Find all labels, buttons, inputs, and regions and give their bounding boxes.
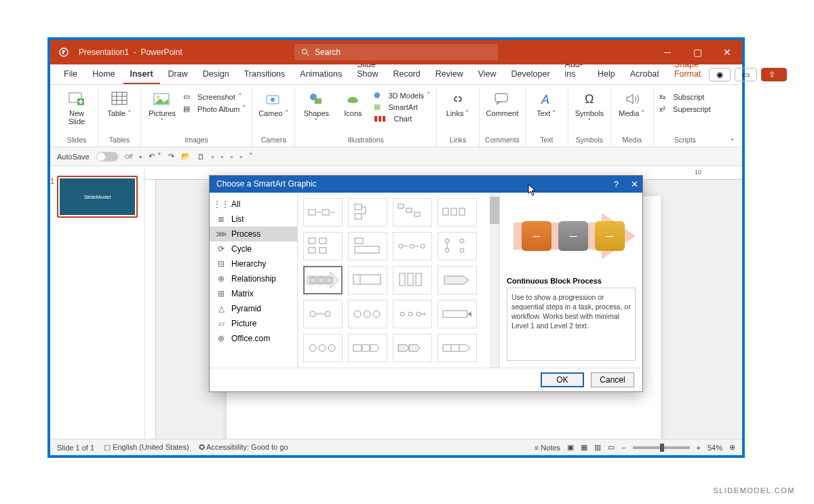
pictures-button[interactable]: Pictures ˅ <box>147 88 178 125</box>
autosave-toggle[interactable] <box>96 152 118 161</box>
zoom-out-button[interactable]: − <box>621 444 625 452</box>
symbols-button[interactable]: Ω Symbols ˅ <box>574 88 605 125</box>
category-pyramid[interactable]: △Pyramid <box>210 301 297 316</box>
smartart-option[interactable] <box>303 232 343 260</box>
tab-draw[interactable]: Draw <box>161 65 195 84</box>
qat-icon[interactable]: ▫ <box>230 153 233 161</box>
collapse-ribbon-icon[interactable]: ⌄ <box>729 134 735 142</box>
smartart-option[interactable] <box>393 266 432 294</box>
table-button[interactable]: Table ˅ <box>104 88 135 117</box>
smartart-option[interactable] <box>393 300 432 328</box>
normal-view-icon[interactable]: ▣ <box>567 443 574 452</box>
smartart-option[interactable] <box>438 334 477 362</box>
smartart-option[interactable] <box>438 266 477 294</box>
links-button[interactable]: Links ˅ <box>442 88 473 117</box>
smartart-option[interactable] <box>348 266 387 294</box>
smartart-option[interactable] <box>438 300 477 328</box>
accessibility-button[interactable]: ✪ Accessibility: Good to go <box>199 443 288 452</box>
zoom-level[interactable]: 54% <box>708 444 722 452</box>
open-icon[interactable]: 📂 <box>181 152 191 161</box>
maximize-button[interactable]: ▢ <box>682 40 712 64</box>
3d-models-button[interactable]: ⬣ 3D Models ˅ <box>374 90 431 100</box>
tab-record[interactable]: Record <box>386 65 427 84</box>
category-process[interactable]: ⋙Process <box>210 227 297 241</box>
dialog-close-button[interactable]: ✕ <box>631 179 638 189</box>
share-button[interactable]: ⇧ ˅ <box>761 68 787 81</box>
photo-album-button[interactable]: ▤ Photo Album ˅ <box>183 104 246 114</box>
tab-developer[interactable]: Developer <box>505 65 557 84</box>
smartart-option[interactable] <box>303 334 343 362</box>
smartart-option[interactable] <box>303 198 343 227</box>
smartart-option[interactable] <box>348 232 387 260</box>
smartart-option[interactable] <box>438 232 477 260</box>
chart-button[interactable]: ▮▮▮ Chart <box>374 113 431 123</box>
search-input[interactable]: Search <box>294 44 498 60</box>
dialog-title-bar[interactable]: Choose a SmartArt Graphic ? ✕ <box>210 176 642 193</box>
tab-insert[interactable]: Insert <box>123 65 160 84</box>
zoom-in-button[interactable]: + <box>697 444 701 452</box>
smartart-option[interactable] <box>303 300 343 328</box>
category-hierarchy[interactable]: ⊟Hierarchy <box>210 256 297 271</box>
tab-help[interactable]: Help <box>591 65 622 84</box>
text-button[interactable]: A Text ˅ <box>531 88 562 117</box>
category-relationship[interactable]: ⊕Relationship <box>210 271 297 286</box>
shapes-button[interactable]: Shapes ˅ <box>301 88 332 125</box>
smartart-option[interactable] <box>393 198 432 227</box>
tab-acrobat[interactable]: Acrobat <box>623 65 666 84</box>
language-button[interactable]: ▢ English (United States) <box>104 443 189 452</box>
present-button[interactable]: ▭ <box>735 68 757 81</box>
category-matrix[interactable]: ⊞Matrix <box>210 286 297 301</box>
cameo-button[interactable]: Cameo ˅ <box>258 88 289 117</box>
slideshow-view-icon[interactable]: ▭ <box>608 443 615 452</box>
tab-transitions[interactable]: Transitions <box>237 65 292 84</box>
smartart-option[interactable] <box>393 334 432 362</box>
notes-button[interactable]: ≡ Notes <box>535 444 560 452</box>
fit-to-window-icon[interactable]: ⊕ <box>729 443 735 452</box>
reading-view-icon[interactable]: ▥ <box>594 443 601 452</box>
grid-scrollbar[interactable] <box>490 193 499 368</box>
smartart-option[interactable] <box>348 334 387 362</box>
category-list[interactable]: ≣List <box>210 212 297 227</box>
smartart-option[interactable] <box>438 198 477 227</box>
tab-file[interactable]: File <box>57 65 84 84</box>
comment-button[interactable]: + Comment <box>486 88 518 117</box>
category-cycle[interactable]: ⟳Cycle <box>210 241 297 256</box>
smartart-option-selected[interactable] <box>303 266 343 294</box>
tab-animations[interactable]: Animations <box>293 65 349 84</box>
tab-review[interactable]: Review <box>429 65 470 84</box>
recording-button[interactable]: ◉ <box>709 68 731 81</box>
media-button[interactable]: Media ˅ <box>617 88 648 117</box>
smartart-option[interactable] <box>348 198 387 227</box>
qat-more-icon[interactable]: ˅ <box>249 152 253 161</box>
icons-button[interactable]: Icons <box>337 88 368 117</box>
minimize-button[interactable]: ─ <box>653 40 682 64</box>
undo-icon[interactable]: ↶ ˅ <box>149 152 161 161</box>
category-picture[interactable]: ▱Picture <box>210 316 297 331</box>
tab-view[interactable]: View <box>471 65 503 84</box>
category-office[interactable]: ⊕Office.com <box>210 331 297 346</box>
new-slide-button[interactable]: New Slide <box>61 88 92 125</box>
slide-thumbnail-1[interactable]: 1 SlideModel <box>57 176 138 218</box>
qat-icon[interactable]: ▫ <box>220 153 223 161</box>
screenshot-button[interactable]: ▭ Screenshot ˅ <box>183 92 246 102</box>
ok-button[interactable]: OK <box>541 372 584 387</box>
qat-icon[interactable]: ▫ <box>239 153 242 161</box>
smartart-option[interactable] <box>348 300 387 328</box>
zoom-slider[interactable] <box>633 446 690 449</box>
link-icon <box>448 90 467 108</box>
sorter-view-icon[interactable]: ▦ <box>581 443 587 452</box>
new-icon[interactable]: 🗋 <box>197 153 205 161</box>
dialog-help-button[interactable]: ? <box>614 179 619 189</box>
smartart-button[interactable]: ▦ SmartArt <box>374 102 431 112</box>
subscript-button[interactable]: x₂ Subscript <box>659 92 704 102</box>
tab-home[interactable]: Home <box>85 65 121 84</box>
cancel-button[interactable]: Cancel <box>591 372 634 387</box>
category-all[interactable]: ⋮⋮All <box>210 197 297 212</box>
redo-icon[interactable]: ↷ <box>168 152 174 161</box>
smartart-option[interactable] <box>393 232 432 260</box>
superscript-button[interactable]: x² Superscript <box>659 104 711 114</box>
tab-design[interactable]: Design <box>196 65 236 84</box>
save-icon[interactable]: ▪ <box>140 153 142 161</box>
qat-icon[interactable]: ▫ <box>212 153 214 161</box>
close-button[interactable]: ✕ <box>712 40 742 64</box>
